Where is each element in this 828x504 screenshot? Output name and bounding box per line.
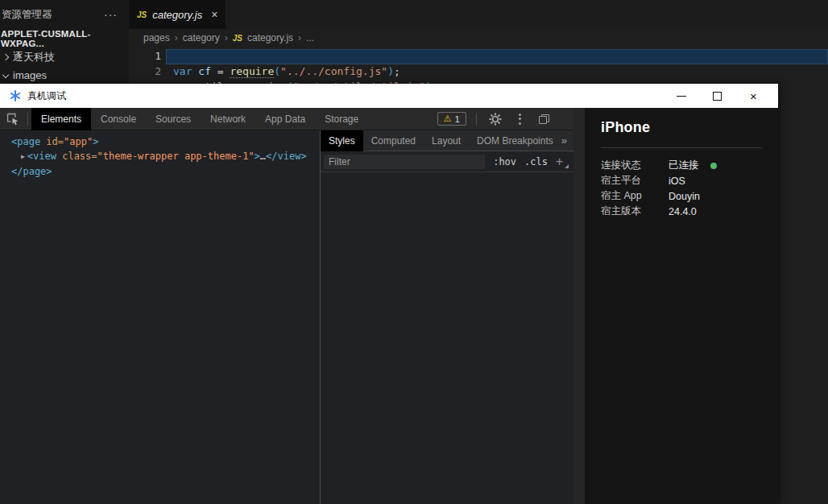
gear-icon (489, 113, 502, 126)
toolbar-separator (476, 113, 477, 126)
editor-tabstrip: JS category.js × (129, 0, 828, 29)
breadcrumb: pages › category › JS category.js › ... (129, 29, 828, 47)
breadcrumb-item[interactable]: pages (143, 32, 170, 43)
tab-console[interactable]: Console (91, 108, 146, 130)
warning-count: 1 (455, 114, 460, 124)
styles-empty-area (321, 172, 573, 504)
inspect-cursor-icon (6, 112, 19, 126)
chevron-right-icon (0, 51, 13, 64)
tab-elements[interactable]: Elements (31, 108, 91, 130)
dom-node-page-close[interactable]: </page> (11, 164, 320, 179)
styles-sidebar: Styles Computed Layout DOM Breakpoints »… (321, 130, 573, 504)
warning-count-badge[interactable]: ⚠ 1 (437, 112, 466, 126)
warning-icon: ⚠ (444, 114, 452, 124)
breadcrumb-separator: › (225, 32, 228, 43)
styles-filter-input[interactable] (324, 155, 485, 169)
remote-debug-window: 真机调试 × Elements Console (0, 84, 778, 504)
device-row-platform: 宿主平台 iOS (601, 173, 762, 188)
elements-dom-tree[interactable]: <page id="app"> ▶<view class="theme-wrap… (0, 130, 320, 504)
device-row-value: Douyin (669, 191, 700, 202)
close-icon: × (750, 90, 757, 102)
line-number: 2 (132, 65, 161, 77)
explorer-header: 资源管理器 ··· (0, 0, 129, 29)
toggle-class-button[interactable]: .cls (524, 156, 548, 167)
divider (601, 147, 762, 148)
settings-button[interactable] (486, 110, 504, 128)
tab-sources[interactable]: Sources (146, 108, 201, 130)
code-line-2: var cf = require("../../config.js"); (173, 65, 400, 77)
inspect-element-button[interactable] (0, 108, 24, 130)
device-row-version: 宿主版本 24.4.0 (601, 204, 762, 219)
dock-side-button[interactable] (535, 110, 553, 128)
breadcrumb-item[interactable]: ... (306, 32, 314, 43)
device-name: iPhone (601, 119, 762, 136)
devtools-toolbar: Elements Console Sources Network App Dat… (0, 108, 573, 130)
debug-asterisk-icon (10, 90, 21, 101)
folder-label: 逐天科技 (13, 50, 55, 64)
tab-title: category.js (152, 9, 202, 21)
tab-overflow-chevron-icon[interactable]: » (561, 134, 567, 147)
debug-window-titlebar[interactable]: 真机调试 × (0, 84, 778, 108)
tab-storage[interactable]: Storage (315, 108, 368, 130)
more-actions-icon[interactable]: ··· (104, 8, 118, 21)
styles-tabbar: Styles Computed Layout DOM Breakpoints » (321, 130, 573, 151)
styles-filter-row: :hov .cls + (321, 151, 573, 172)
tab-network[interactable]: Network (201, 108, 255, 130)
folder-label: images (13, 69, 47, 81)
device-row-label: 连接状态 (601, 159, 669, 172)
device-row-value: 24.4.0 (669, 206, 697, 217)
minimize-button[interactable] (663, 84, 699, 108)
devtools-region: Elements Console Sources Network App Dat… (0, 108, 573, 504)
device-row-label: 宿主 App (601, 189, 669, 203)
debug-window-title: 真机调试 (27, 89, 66, 103)
kebab-menu-icon (519, 114, 521, 125)
dock-panels-icon (539, 114, 549, 124)
tab-dom-breakpoints[interactable]: DOM Breakpoints (469, 130, 561, 151)
toolbar-right-cluster: ⚠ 1 (437, 110, 553, 128)
device-row-value: 已连接 (669, 159, 699, 172)
panel-splitter[interactable] (573, 108, 585, 504)
js-file-icon: JS (233, 34, 242, 43)
project-section-header[interactable]: APPLET-CUSMALL-WXPAG... (0, 29, 129, 48)
dom-node-view[interactable]: ▶<view class="theme-wrapper app-theme-1"… (11, 149, 320, 164)
tab-layout[interactable]: Layout (424, 130, 469, 151)
breadcrumb-separator: › (298, 32, 301, 43)
more-options-button[interactable] (511, 110, 528, 128)
sidebar-item-folder[interactable]: 逐天科技 (0, 48, 129, 66)
device-row-label: 宿主版本 (601, 204, 669, 218)
toolbar-separator (27, 113, 28, 126)
new-style-rule-button[interactable]: + (556, 155, 569, 169)
line-number: 1 (132, 50, 161, 62)
device-info-panel: iPhone 连接状态 已连接 宿主平台 iOS 宿主 App Douyin 宿… (585, 108, 778, 504)
selected-line-highlight (166, 49, 828, 64)
tab-styles[interactable]: Styles (321, 130, 363, 151)
window-controls: × (663, 84, 772, 108)
tab-app-data[interactable]: App Data (255, 108, 315, 130)
device-row-label: 宿主平台 (601, 174, 669, 188)
breadcrumb-separator: › (175, 32, 178, 43)
minimize-icon (677, 96, 686, 97)
breadcrumb-item[interactable]: category (183, 32, 220, 43)
dom-node-page-open[interactable]: <page id="app"> (11, 134, 320, 149)
sidebar-item-images[interactable]: images (0, 66, 129, 84)
screen: 资源管理器 ··· APPLET-CUSMALL-WXPAG... 逐天科技 i… (0, 0, 828, 504)
js-file-icon: JS (137, 10, 147, 19)
toggle-pseudo-state-button[interactable]: :hov (493, 156, 516, 167)
close-tab-icon[interactable]: × (211, 8, 217, 21)
tab-category-js[interactable]: JS category.js × (129, 0, 226, 29)
chevron-down-icon (0, 68, 13, 81)
expand-arrow-icon[interactable]: ▶ (21, 153, 25, 160)
device-row-connection: 连接状态 已连接 (601, 158, 762, 173)
device-row-value: iOS (669, 176, 685, 187)
maximize-icon (713, 92, 722, 101)
breadcrumb-item[interactable]: category.js (247, 32, 293, 43)
connected-status-dot (710, 163, 717, 169)
tab-computed[interactable]: Computed (363, 130, 424, 151)
close-button[interactable]: × (735, 84, 772, 108)
maximize-button[interactable] (699, 84, 735, 108)
device-row-host-app: 宿主 App Douyin (601, 188, 762, 204)
explorer-title: 资源管理器 (2, 8, 52, 22)
